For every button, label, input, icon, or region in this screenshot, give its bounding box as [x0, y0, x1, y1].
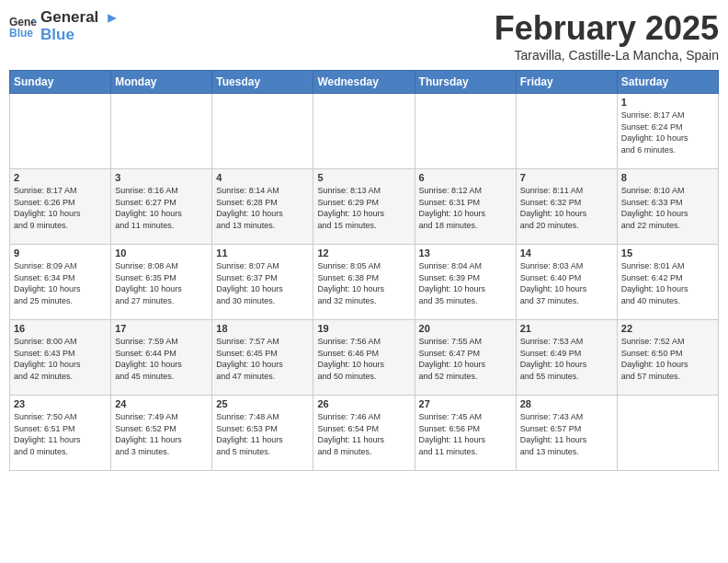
- logo-icon: General Blue: [9, 13, 37, 40]
- day-number: 8: [621, 172, 714, 183]
- calendar-cell: 16Sunrise: 8:00 AM Sunset: 6:43 PM Dayli…: [10, 320, 111, 396]
- day-info: Sunrise: 7:56 AM Sunset: 6:46 PM Dayligh…: [317, 336, 410, 382]
- day-info: Sunrise: 7:48 AM Sunset: 6:53 PM Dayligh…: [216, 411, 309, 457]
- week-row-1: 2Sunrise: 8:17 AM Sunset: 6:26 PM Daylig…: [10, 169, 719, 245]
- calendar-cell: 21Sunrise: 7:53 AM Sunset: 6:49 PM Dayli…: [516, 320, 617, 396]
- day-info: Sunrise: 8:11 AM Sunset: 6:32 PM Dayligh…: [520, 185, 613, 231]
- day-info: Sunrise: 7:55 AM Sunset: 6:47 PM Dayligh…: [419, 336, 512, 382]
- calendar-header: SundayMondayTuesdayWednesdayThursdayFrid…: [10, 71, 719, 94]
- calendar-body: 1Sunrise: 8:17 AM Sunset: 6:24 PM Daylig…: [10, 94, 719, 471]
- weekday-friday: Friday: [516, 71, 617, 94]
- day-number: 26: [317, 398, 410, 409]
- day-number: 15: [621, 247, 714, 259]
- day-info: Sunrise: 7:43 AM Sunset: 6:57 PM Dayligh…: [520, 411, 613, 457]
- calendar-cell: 8Sunrise: 8:10 AM Sunset: 6:33 PM Daylig…: [617, 169, 718, 245]
- day-number: 11: [216, 247, 309, 259]
- day-number: 18: [216, 323, 309, 334]
- title-block: February 2025 Taravilla, Castille-La Man…: [495, 9, 719, 63]
- calendar-cell: 6Sunrise: 8:12 AM Sunset: 6:31 PM Daylig…: [415, 169, 516, 245]
- header: General Blue General Blue February 2025 …: [9, 9, 719, 63]
- week-row-4: 23Sunrise: 7:50 AM Sunset: 6:51 PM Dayli…: [10, 396, 719, 471]
- day-info: Sunrise: 7:52 AM Sunset: 6:50 PM Dayligh…: [621, 336, 714, 382]
- weekday-tuesday: Tuesday: [212, 71, 313, 94]
- calendar-cell: [212, 94, 313, 169]
- day-info: Sunrise: 7:57 AM Sunset: 6:45 PM Dayligh…: [216, 336, 309, 382]
- day-number: 9: [14, 247, 107, 259]
- day-number: 17: [115, 323, 208, 334]
- calendar-cell: 24Sunrise: 7:49 AM Sunset: 6:52 PM Dayli…: [111, 396, 212, 471]
- day-number: 7: [520, 172, 613, 183]
- day-number: 22: [621, 323, 714, 334]
- weekday-header-row: SundayMondayTuesdayWednesdayThursdayFrid…: [10, 71, 719, 94]
- calendar-cell: 9Sunrise: 8:09 AM Sunset: 6:34 PM Daylig…: [10, 245, 111, 320]
- day-info: Sunrise: 7:53 AM Sunset: 6:49 PM Dayligh…: [520, 336, 613, 382]
- calendar-cell: 28Sunrise: 7:43 AM Sunset: 6:57 PM Dayli…: [516, 396, 617, 471]
- calendar-cell: 12Sunrise: 8:05 AM Sunset: 6:38 PM Dayli…: [313, 245, 415, 320]
- day-number: 6: [419, 172, 512, 183]
- day-number: 10: [115, 247, 208, 259]
- day-info: Sunrise: 8:03 AM Sunset: 6:40 PM Dayligh…: [520, 260, 613, 306]
- day-info: Sunrise: 8:13 AM Sunset: 6:29 PM Dayligh…: [317, 185, 410, 231]
- day-info: Sunrise: 7:46 AM Sunset: 6:54 PM Dayligh…: [317, 411, 410, 457]
- calendar-cell: 17Sunrise: 7:59 AM Sunset: 6:44 PM Dayli…: [111, 320, 212, 396]
- day-number: 24: [115, 398, 208, 409]
- day-info: Sunrise: 7:49 AM Sunset: 6:52 PM Dayligh…: [115, 411, 208, 457]
- svg-text:Blue: Blue: [9, 26, 33, 39]
- weekday-sunday: Sunday: [10, 71, 111, 94]
- day-info: Sunrise: 8:17 AM Sunset: 6:24 PM Dayligh…: [621, 109, 714, 155]
- day-number: 23: [14, 398, 107, 409]
- day-info: Sunrise: 8:01 AM Sunset: 6:42 PM Dayligh…: [621, 260, 714, 306]
- day-number: 4: [216, 172, 309, 183]
- day-info: Sunrise: 8:00 AM Sunset: 6:43 PM Dayligh…: [14, 336, 107, 382]
- day-info: Sunrise: 8:08 AM Sunset: 6:35 PM Dayligh…: [115, 260, 208, 306]
- calendar-cell: 22Sunrise: 7:52 AM Sunset: 6:50 PM Dayli…: [617, 320, 718, 396]
- day-number: 27: [419, 398, 512, 409]
- day-number: 19: [317, 323, 410, 334]
- calendar-cell: 19Sunrise: 7:56 AM Sunset: 6:46 PM Dayli…: [313, 320, 415, 396]
- calendar-cell: 7Sunrise: 8:11 AM Sunset: 6:32 PM Daylig…: [516, 169, 617, 245]
- weekday-wednesday: Wednesday: [313, 71, 415, 94]
- day-info: Sunrise: 8:12 AM Sunset: 6:31 PM Dayligh…: [419, 185, 512, 231]
- calendar-cell: 13Sunrise: 8:04 AM Sunset: 6:39 PM Dayli…: [415, 245, 516, 320]
- day-number: 16: [14, 323, 107, 334]
- calendar-cell: [111, 94, 212, 169]
- calendar-cell: 20Sunrise: 7:55 AM Sunset: 6:47 PM Dayli…: [415, 320, 516, 396]
- week-row-0: 1Sunrise: 8:17 AM Sunset: 6:24 PM Daylig…: [10, 94, 719, 169]
- calendar-cell: 15Sunrise: 8:01 AM Sunset: 6:42 PM Dayli…: [617, 245, 718, 320]
- day-number: 20: [419, 323, 512, 334]
- weekday-thursday: Thursday: [415, 71, 516, 94]
- calendar-cell: 14Sunrise: 8:03 AM Sunset: 6:40 PM Dayli…: [516, 245, 617, 320]
- calendar-cell: 23Sunrise: 7:50 AM Sunset: 6:51 PM Dayli…: [10, 396, 111, 471]
- week-row-3: 16Sunrise: 8:00 AM Sunset: 6:43 PM Dayli…: [10, 320, 719, 396]
- svg-marker-3: [108, 14, 117, 23]
- calendar-cell: 2Sunrise: 8:17 AM Sunset: 6:26 PM Daylig…: [10, 169, 111, 245]
- page: General Blue General Blue February 2025 …: [0, 0, 728, 563]
- weekday-saturday: Saturday: [617, 71, 718, 94]
- calendar-cell: 26Sunrise: 7:46 AM Sunset: 6:54 PM Dayli…: [313, 396, 415, 471]
- calendar-title: February 2025: [495, 9, 719, 48]
- day-info: Sunrise: 7:50 AM Sunset: 6:51 PM Dayligh…: [14, 411, 107, 457]
- calendar-cell: 11Sunrise: 8:07 AM Sunset: 6:37 PM Dayli…: [212, 245, 313, 320]
- day-number: 5: [317, 172, 410, 183]
- calendar-cell: [415, 94, 516, 169]
- weekday-monday: Monday: [111, 71, 212, 94]
- calendar-cell: 25Sunrise: 7:48 AM Sunset: 6:53 PM Dayli…: [212, 396, 313, 471]
- logo-arrow-icon: [105, 11, 119, 26]
- calendar-cell: [10, 94, 111, 169]
- calendar-cell: 3Sunrise: 8:16 AM Sunset: 6:27 PM Daylig…: [111, 169, 212, 245]
- day-info: Sunrise: 7:59 AM Sunset: 6:44 PM Dayligh…: [115, 336, 208, 382]
- day-info: Sunrise: 8:16 AM Sunset: 6:27 PM Dayligh…: [115, 185, 208, 231]
- logo: General Blue General Blue: [9, 9, 119, 43]
- day-info: Sunrise: 8:07 AM Sunset: 6:37 PM Dayligh…: [216, 260, 309, 306]
- day-info: Sunrise: 8:10 AM Sunset: 6:33 PM Dayligh…: [621, 185, 714, 231]
- day-info: Sunrise: 8:04 AM Sunset: 6:39 PM Dayligh…: [419, 260, 512, 306]
- calendar-table: SundayMondayTuesdayWednesdayThursdayFrid…: [9, 70, 719, 471]
- day-number: 21: [520, 323, 613, 334]
- calendar-cell: 5Sunrise: 8:13 AM Sunset: 6:29 PM Daylig…: [313, 169, 415, 245]
- day-number: 12: [317, 247, 410, 259]
- logo-line2: Blue: [40, 27, 119, 44]
- day-number: 14: [520, 247, 613, 259]
- logo-line1: General: [40, 9, 119, 27]
- day-number: 3: [115, 172, 208, 183]
- calendar-cell: 27Sunrise: 7:45 AM Sunset: 6:56 PM Dayli…: [415, 396, 516, 471]
